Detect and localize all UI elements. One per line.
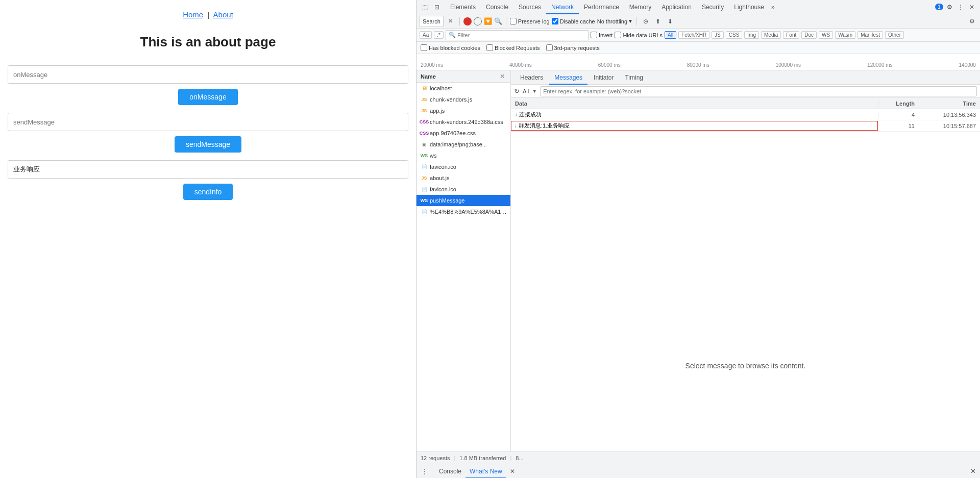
bottom-tab-whats-new[interactable]: What's New	[465, 464, 506, 479]
inspect-icon[interactable]: ⬚	[420, 2, 430, 12]
tab-lighthouse[interactable]: Lighthouse	[729, 0, 769, 14]
import-har-icon[interactable]: ⬆	[653, 16, 663, 27]
filter-css-button[interactable]: CSS	[726, 31, 743, 39]
blocked-requests-checkbox[interactable]: Blocked Requests	[486, 44, 540, 51]
tab-network[interactable]: Network	[546, 0, 579, 14]
search-close-icon[interactable]: ✕	[446, 16, 456, 27]
send-message-input[interactable]	[8, 113, 408, 131]
filter-icon[interactable]: 🔽	[484, 17, 492, 25]
bottom-bar-close-icon[interactable]: ✕	[966, 467, 980, 475]
filter-input[interactable]	[457, 32, 585, 38]
close-devtools-icon[interactable]: ✕	[967, 2, 977, 12]
req-item-chunk-vendors-css[interactable]: CSS chunk-vendors.249d368a.css	[416, 116, 510, 128]
on-message-button[interactable]: onMessage	[178, 89, 237, 105]
send-message-button[interactable]: sendMessage	[175, 136, 241, 153]
filter-js-button[interactable]: JS	[712, 31, 724, 39]
req-item-favicon-1[interactable]: 📄 favicon.ico	[416, 161, 510, 172]
select-message-area: Select message to browse its content.	[511, 281, 980, 452]
send-info-button[interactable]: sendInfo	[183, 184, 233, 200]
status-size: 8...	[516, 455, 523, 461]
filter-media-button[interactable]: Media	[761, 31, 781, 39]
tab-messages[interactable]: Messages	[549, 70, 587, 85]
req-item-localhost[interactable]: 🖥 localhost	[416, 83, 510, 94]
disable-cache-checkbox[interactable]: Disable cache	[552, 18, 595, 24]
toolbar-sep-2	[506, 17, 506, 26]
settings-network-icon[interactable]: ⚙	[967, 16, 977, 27]
filter-manifest-button[interactable]: Manifest	[857, 31, 883, 39]
tab-elements[interactable]: Elements	[445, 0, 481, 14]
device-icon[interactable]: ⊡	[432, 2, 442, 12]
msg-row-1[interactable]: ↓ 连接成功 4 10:13:56.343	[511, 109, 980, 120]
tab-security[interactable]: Security	[697, 0, 729, 14]
toolbar-sep-3	[636, 17, 637, 26]
search-network-icon[interactable]: 🔍	[494, 17, 502, 25]
more-tabs-icon[interactable]: »	[769, 0, 777, 14]
no-throttling-select[interactable]: No throttling ▼	[597, 18, 633, 24]
req-item-app-css[interactable]: CSS app.9d7402ee.css	[416, 128, 510, 139]
req-list-close-icon[interactable]: ✕	[498, 72, 506, 81]
bottom-tab-close-icon[interactable]: ✕	[507, 466, 518, 476]
settings-icon[interactable]: ⚙	[944, 2, 954, 12]
tab-memory[interactable]: Memory	[624, 0, 656, 14]
filter-fetch-xhr-button[interactable]: Fetch/XHR	[678, 31, 709, 39]
tab-timing[interactable]: Timing	[620, 70, 648, 85]
filter-wasm-button[interactable]: Wasm	[835, 31, 855, 39]
toolbar-sep-1	[459, 17, 460, 26]
req-item-encoded[interactable]: 📄 %E4%B8%9A%E5%8A%A1%E5%9...	[416, 206, 510, 217]
req-item-ws[interactable]: WS ws	[416, 150, 510, 161]
filter-other-button[interactable]: Other	[885, 31, 904, 39]
disable-cache-input[interactable]	[552, 18, 558, 24]
req-item-favicon-2[interactable]: 📄 favicon.ico	[416, 184, 510, 195]
devtools-statusbar: 12 requests | 1.8 MB transferred | 8...	[416, 451, 980, 464]
export-har-icon[interactable]: ⬇	[665, 16, 675, 27]
tl-label-2: 40000 ms	[509, 62, 532, 68]
filter-all-button[interactable]: All	[665, 31, 676, 39]
tab-performance[interactable]: Performance	[579, 0, 624, 14]
req-list-body[interactable]: 🖥 localhost JS chunk-vendors.js JS app.j…	[416, 83, 510, 451]
msg-regex-input[interactable]	[540, 86, 977, 96]
on-message-group	[8, 65, 408, 84]
bottom-menu-icon[interactable]: ⋮	[420, 466, 430, 476]
msg-data-1: ↓ 连接成功	[511, 111, 878, 118]
bottom-tab-console[interactable]: Console	[435, 464, 465, 479]
timeline-labels: 20000 ms 40000 ms 60000 ms 80000 ms 1000…	[416, 62, 980, 70]
record-button[interactable]	[463, 17, 472, 26]
req-item-data-image[interactable]: ▣ data:image/png;base...	[416, 139, 510, 150]
network-panel: Name ✕ 🖥 localhost JS chunk-vendors.js J…	[416, 70, 980, 451]
on-message-input[interactable]	[8, 65, 408, 84]
tab-initiator[interactable]: Initiator	[589, 70, 619, 85]
hide-data-urls-checkbox[interactable]: Hide data URLs	[615, 32, 663, 38]
msg-text-1: 连接成功	[519, 111, 542, 118]
req-item-push-message[interactable]: WS pushMessage	[416, 195, 510, 206]
tab-headers[interactable]: Headers	[515, 70, 548, 85]
stop-record-button[interactable]	[474, 17, 482, 26]
about-link[interactable]: About	[213, 10, 233, 19]
home-link[interactable]: Home	[183, 10, 203, 19]
req-item-app-js[interactable]: JS app.js	[416, 105, 510, 116]
preserve-log-checkbox[interactable]: Preserve log	[510, 18, 550, 24]
invert-checkbox[interactable]: Invert	[591, 32, 613, 38]
msg-row-2[interactable]: ↓ 群发消息:1.业务响应 11 10:15:57.687	[511, 120, 980, 132]
filter-font-button[interactable]: Font	[783, 31, 799, 39]
has-blocked-cookies-checkbox[interactable]: Has blocked cookies	[421, 44, 480, 51]
msg-refresh-icon[interactable]: ↻	[514, 87, 520, 95]
bottom-bar-left: ⋮	[416, 466, 433, 476]
req-item-chunk-vendors-js[interactable]: JS chunk-vendors.js	[416, 94, 510, 105]
tab-application[interactable]: Application	[656, 0, 697, 14]
filter-ws-button[interactable]: WS	[819, 31, 833, 39]
msg-filter-all-select[interactable]: All	[523, 88, 529, 94]
req-item-about-js[interactable]: JS about.js	[416, 172, 510, 184]
filter-aa-button[interactable]: Aa	[420, 31, 432, 39]
filter-regex-button[interactable]: .*	[434, 31, 444, 39]
more-vert-icon[interactable]: ⋮	[955, 2, 966, 12]
css-icon: CSS	[421, 118, 428, 125]
filter-img-button[interactable]: Img	[744, 31, 759, 39]
tab-sources[interactable]: Sources	[513, 0, 546, 14]
css-icon-2: CSS	[421, 130, 428, 137]
third-party-checkbox[interactable]: 3rd-party requests	[546, 44, 600, 51]
tab-console[interactable]: Console	[481, 0, 513, 14]
wifi-offline-icon[interactable]: ⊝	[641, 16, 651, 27]
filter-doc-button[interactable]: Doc	[801, 31, 817, 39]
nav-separator: |	[207, 10, 209, 19]
preserve-log-input[interactable]	[510, 18, 517, 24]
